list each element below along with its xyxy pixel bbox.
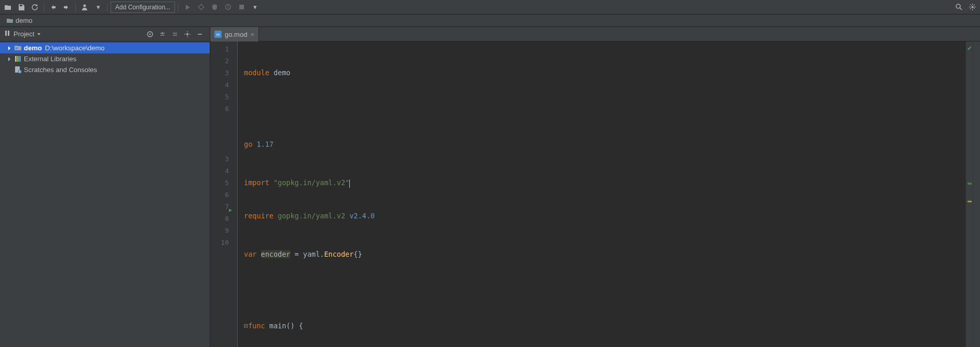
scratch-icon — [13, 66, 22, 74]
marker-green — [968, 183, 972, 185]
folder-icon — [6, 17, 13, 24]
chevron-right-icon — [6, 45, 12, 51]
gomod-file-icon: m — [214, 31, 222, 38]
tab-row-top: m go.mod × — [210, 27, 980, 41]
run-icon[interactable] — [182, 2, 193, 13]
search-icon[interactable] — [953, 2, 964, 13]
svg-point-0 — [84, 4, 86, 7]
svg-rect-3 — [239, 5, 244, 9]
project-tree[interactable]: demo D:\workspace\demo External Librarie… — [0, 41, 210, 347]
close-icon[interactable]: × — [250, 31, 254, 38]
editor-area: m go.mod × 1 2 3 4 5 6 module demo — [210, 27, 980, 347]
sidebar-header: Project — [0, 27, 210, 41]
save-icon[interactable] — [16, 2, 27, 13]
svg-text:m: m — [216, 32, 220, 37]
main-toolbar: ▾ Add Configuration... ▾ — [0, 0, 980, 15]
expand-all-icon[interactable] — [157, 29, 168, 40]
svg-point-1 — [199, 5, 203, 9]
marker-warn — [968, 201, 972, 202]
fold-open-icon[interactable]: ⊟ — [244, 322, 248, 330]
status-strip-bottom — [965, 151, 973, 347]
svg-rect-13 — [17, 56, 19, 62]
dropdown-icon[interactable]: ▾ — [92, 2, 104, 13]
svg-point-10 — [186, 33, 188, 35]
user-icon[interactable] — [79, 2, 90, 13]
project-sidebar: Project — [0, 27, 210, 347]
svg-rect-11 — [16, 47, 18, 49]
svg-rect-12 — [15, 56, 17, 62]
open-icon[interactable] — [2, 2, 13, 13]
stop-icon[interactable] — [236, 2, 247, 13]
gutter-bottom: 3 4 5 6 7▶ 8 9 10 — [210, 151, 237, 347]
check-ok-icon: ✔ — [967, 45, 972, 52]
debug-icon[interactable] — [195, 2, 207, 13]
tree-root-name: demo — [24, 44, 42, 52]
tree-row-root[interactable]: demo D:\workspace\demo — [0, 43, 210, 53]
editor-main-go[interactable]: 3 4 5 6 7▶ 8 9 10 import "gopkg.in/yaml.… — [210, 151, 980, 347]
tree-scratches-label: Scratches and Consoles — [24, 66, 97, 74]
scrollbar-bottom[interactable] — [973, 151, 980, 347]
text-cursor — [349, 179, 350, 188]
tree-external-label: External Libraries — [24, 55, 76, 63]
collapse-all-icon[interactable] — [169, 29, 181, 40]
project-panel-icon — [4, 30, 11, 38]
tab-go-mod-label: go.mod — [225, 31, 247, 38]
refresh-icon[interactable] — [29, 2, 40, 13]
dropdown2-icon[interactable]: ▾ — [249, 2, 261, 13]
run-config-select[interactable]: Add Configuration... — [111, 2, 175, 13]
breadcrumb-text: demo — [16, 17, 33, 24]
breadcrumb: demo — [0, 15, 980, 27]
project-panel-label[interactable]: Project — [13, 30, 42, 38]
svg-point-9 — [149, 33, 151, 35]
svg-rect-7 — [8, 31, 9, 36]
tree-row-scratches[interactable]: Scratches and Consoles — [0, 64, 210, 75]
hide-panel-icon[interactable] — [194, 29, 206, 40]
gear-icon[interactable] — [967, 2, 978, 13]
library-icon — [13, 55, 22, 63]
chevron-right-icon — [6, 56, 12, 62]
svg-rect-14 — [19, 56, 21, 62]
panel-gear-icon[interactable] — [182, 29, 193, 40]
forward-icon[interactable] — [61, 2, 72, 13]
svg-rect-6 — [5, 31, 7, 36]
code-bottom[interactable]: import "gopkg.in/yaml.v2" var encoder = … — [237, 151, 965, 347]
profile-icon[interactable] — [222, 2, 234, 13]
svg-point-4 — [956, 4, 960, 8]
tree-row-external-libs[interactable]: External Libraries — [0, 53, 210, 64]
gutter-run-icon[interactable]: ▶ — [229, 204, 232, 216]
module-icon — [13, 44, 22, 52]
locate-icon[interactable] — [144, 29, 156, 40]
run-config-label: Add Configuration... — [115, 4, 170, 11]
tree-root-path: D:\workspace\demo — [45, 44, 105, 52]
svg-point-5 — [971, 6, 973, 8]
coverage-icon[interactable] — [209, 2, 220, 13]
tab-go-mod[interactable]: m go.mod × — [210, 27, 259, 41]
back-icon[interactable] — [47, 2, 59, 13]
